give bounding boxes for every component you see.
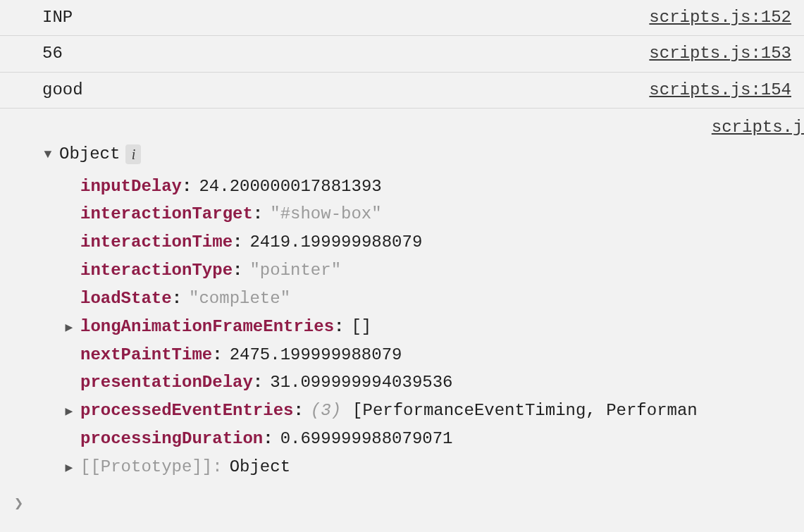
prop-value: 0.699999988079071 (280, 425, 453, 453)
prop-row[interactable]: longAnimationFrameEntries: [] (63, 313, 698, 341)
prop-value: [PerformanceEventTiming, Performan (352, 397, 698, 425)
prop-key: nextPaintTime (80, 341, 212, 369)
console-output: INP scripts.js:152 56 scripts.js:153 goo… (0, 0, 804, 513)
disclosure-triangle-closed-icon[interactable] (63, 321, 75, 334)
arrow-slot[interactable] (63, 458, 80, 479)
log-row[interactable]: INP scripts.js:152 (0, 0, 804, 36)
prop-value: "pointer" (249, 256, 341, 285)
prop-key: longAnimationFrameEntries (80, 313, 334, 341)
source-link[interactable]: scripts.js:155 (712, 114, 804, 141)
prop-key: presentationDelay (80, 369, 253, 397)
prop-value: "#show-box" (270, 200, 381, 228)
log-message: good (42, 77, 635, 104)
info-icon[interactable]: i (125, 144, 141, 164)
source-link[interactable]: scripts.js:154 (649, 77, 791, 104)
disclosure-triangle-closed-icon[interactable] (63, 462, 75, 474)
chevron-right-icon: ❯ (14, 495, 23, 513)
log-row[interactable]: 56 scripts.js:153 (0, 36, 804, 72)
prop-value: 2475.199999988079 (230, 341, 402, 369)
log-row-object[interactable]: Object i inputDelay: 24.200000017881393 … (0, 109, 804, 485)
arrow-slot[interactable] (63, 318, 80, 339)
disclosure-triangle-closed-icon[interactable] (63, 405, 75, 418)
prop-row[interactable]: processedEventEntries: (3) [PerformanceE… (63, 397, 698, 425)
prop-row[interactable]: interactionTime: 2419.199999988079 (63, 228, 698, 256)
prop-row[interactable]: inputDelay: 24.200000017881393 (63, 173, 698, 201)
prop-value: "complete" (189, 285, 290, 313)
prop-key: processingDuration (80, 425, 263, 453)
log-message: INP (42, 4, 635, 31)
log-row[interactable]: good scripts.js:154 (0, 73, 804, 109)
prop-key: interactionTarget (80, 200, 253, 228)
prop-row[interactable]: presentationDelay: 31.099999994039536 (63, 369, 698, 397)
prop-value: 24.200000017881393 (199, 173, 381, 201)
source-link[interactable]: scripts.js:152 (649, 4, 791, 31)
prop-value: 31.099999994039536 (270, 369, 452, 397)
log-message: 56 (42, 40, 635, 67)
arrow-slot[interactable] (63, 402, 80, 423)
source-link[interactable]: scripts.js:153 (649, 40, 791, 67)
prop-key: processedEventEntries (80, 397, 293, 425)
prototype-key: [[Prototype]] (80, 453, 212, 481)
prop-row[interactable]: [[Prototype]]: Object (63, 453, 698, 481)
prop-row[interactable]: nextPaintTime: 2475.199999988079 (63, 341, 698, 369)
prop-value: Object (230, 453, 290, 481)
prop-row[interactable]: loadState: "complete" (63, 285, 698, 313)
disclosure-triangle-open-icon[interactable] (42, 148, 54, 161)
prop-row[interactable]: processingDuration: 0.699999988079071 (63, 425, 698, 453)
prop-key: inputDelay (80, 173, 182, 201)
prop-key: loadState (80, 285, 172, 313)
console-prompt[interactable]: ❯ (0, 485, 804, 513)
prop-row[interactable]: interactionTarget: "#show-box" (63, 200, 698, 228)
prop-key: interactionTime (80, 228, 233, 256)
prop-row[interactable]: interactionType: "pointer" (63, 256, 698, 285)
array-count: (3) (311, 397, 341, 425)
prop-key: interactionType (80, 256, 233, 285)
prop-value: [] (351, 313, 371, 341)
object-label: Object (59, 141, 120, 168)
object-properties: inputDelay: 24.200000017881393 interacti… (63, 173, 698, 481)
prop-value: 2419.199999988079 (249, 228, 422, 256)
object-block: Object i inputDelay: 24.200000017881393 … (42, 114, 698, 481)
object-header[interactable]: Object i (42, 141, 698, 168)
